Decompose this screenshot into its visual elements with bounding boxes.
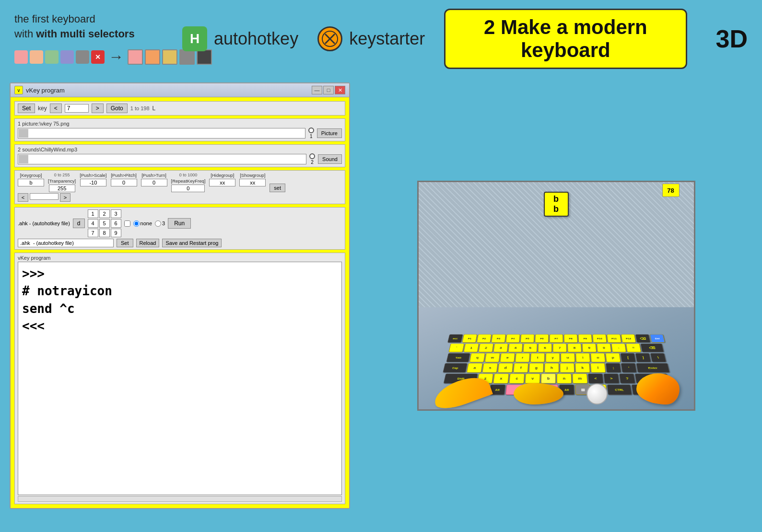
key-f5[interactable]: F5 bbox=[520, 335, 534, 343]
num-1[interactable]: 1 bbox=[88, 209, 98, 218]
params-scrollbar[interactable] bbox=[30, 193, 59, 200]
key-bracket-r[interactable]: ] bbox=[635, 353, 651, 362]
pitch-input[interactable] bbox=[111, 179, 137, 186]
key-g[interactable]: g bbox=[528, 363, 543, 373]
key-tab[interactable]: Tab bbox=[446, 353, 470, 362]
key-s[interactable]: s bbox=[482, 363, 498, 373]
key-f4[interactable]: F4 bbox=[505, 335, 520, 343]
ahk-reload-btn[interactable]: Reload bbox=[136, 239, 160, 247]
key-6[interactable]: 6 bbox=[538, 344, 551, 352]
key-u[interactable]: u bbox=[561, 353, 575, 362]
key-f10[interactable]: F10 bbox=[592, 335, 607, 343]
key-del[interactable]: Del bbox=[649, 335, 665, 343]
key-f12[interactable]: F12 bbox=[621, 335, 635, 343]
key-f6[interactable]: F6 bbox=[535, 335, 549, 343]
key-enter[interactable]: Enter bbox=[636, 363, 669, 373]
key-f[interactable]: f bbox=[513, 363, 528, 373]
key-e[interactable]: e bbox=[500, 353, 515, 362]
key-9[interactable]: 9 bbox=[582, 344, 596, 352]
ahk-radio-none[interactable]: none bbox=[133, 220, 152, 227]
key-equals[interactable]: = bbox=[626, 344, 641, 352]
key-l[interactable]: l bbox=[590, 363, 606, 373]
key-d[interactable]: d bbox=[497, 363, 513, 373]
key-3[interactable]: 3 bbox=[493, 344, 508, 352]
num-4[interactable]: 4 bbox=[88, 219, 98, 228]
params-next-btn[interactable]: > bbox=[60, 193, 70, 202]
key-f11[interactable]: F11 bbox=[607, 335, 621, 343]
key-o[interactable]: o bbox=[590, 353, 605, 362]
key-f9[interactable]: F9 bbox=[578, 335, 592, 343]
key-f3[interactable]: F3 bbox=[491, 335, 506, 343]
repeatfreq-input[interactable] bbox=[171, 185, 205, 192]
transparency-input[interactable] bbox=[49, 185, 75, 192]
ahk-set-btn[interactable]: Set bbox=[117, 239, 133, 247]
key-5[interactable]: 5 bbox=[523, 344, 537, 352]
num-7[interactable]: 7 bbox=[88, 229, 98, 237]
num-5[interactable]: 5 bbox=[99, 219, 110, 228]
ahk-save-restart-btn[interactable]: Save and Restart prog bbox=[162, 239, 222, 247]
picture-radio[interactable]: 1 bbox=[308, 127, 314, 139]
key-backtick[interactable]: ` bbox=[448, 344, 464, 352]
window-maximize-btn[interactable]: □ bbox=[323, 86, 334, 94]
sound-radio[interactable]: 2 bbox=[309, 153, 315, 165]
sound-scrollbar[interactable] bbox=[18, 154, 306, 164]
set-button[interactable]: Set bbox=[18, 104, 35, 113]
key-a[interactable]: a bbox=[466, 363, 482, 373]
key-f7[interactable]: F7 bbox=[549, 335, 563, 343]
next-key-btn[interactable]: > bbox=[92, 104, 104, 113]
key-1[interactable]: 1 bbox=[463, 344, 479, 352]
key-i[interactable]: i bbox=[575, 353, 590, 362]
key-quote[interactable]: ' bbox=[621, 363, 636, 373]
vkey-horizontal-scrollbar[interactable] bbox=[18, 496, 342, 502]
key-8[interactable]: 8 bbox=[567, 344, 582, 352]
num-3[interactable]: 3 bbox=[111, 209, 121, 218]
scale-input[interactable] bbox=[80, 179, 106, 186]
key-caps[interactable]: Cap bbox=[443, 363, 468, 373]
key-q[interactable]: q bbox=[469, 353, 485, 362]
num-8[interactable]: 8 bbox=[99, 229, 110, 237]
key-7[interactable]: 7 bbox=[552, 344, 566, 352]
key-f8[interactable]: F8 bbox=[563, 335, 577, 343]
key-minus[interactable]: - bbox=[611, 344, 626, 352]
num-6[interactable]: 6 bbox=[111, 219, 121, 228]
hidegroup-input[interactable] bbox=[209, 179, 235, 186]
key-esc[interactable]: esc bbox=[447, 335, 463, 343]
num-2[interactable]: 2 bbox=[99, 209, 110, 218]
key-backspace-fn[interactable]: ⌫ bbox=[635, 335, 650, 343]
key-value-input[interactable] bbox=[65, 104, 89, 113]
ahk-radio-o3[interactable]: 3 bbox=[155, 220, 165, 227]
goto-btn[interactable]: Goto bbox=[106, 104, 128, 113]
key-f2[interactable]: F2 bbox=[476, 335, 491, 343]
key-w[interactable]: w bbox=[484, 353, 500, 362]
key-4[interactable]: 4 bbox=[508, 344, 523, 352]
key-semicolon[interactable]: ; bbox=[605, 363, 621, 373]
key-2[interactable]: 2 bbox=[478, 344, 493, 352]
key-h[interactable]: h bbox=[544, 363, 559, 373]
key-f1[interactable]: F1 bbox=[462, 335, 477, 343]
window-minimize-btn[interactable]: — bbox=[312, 86, 322, 94]
params-set-btn[interactable]: set bbox=[270, 184, 285, 192]
ahk-d-btn[interactable]: d bbox=[73, 219, 85, 228]
window-close-btn[interactable]: ✕ bbox=[335, 86, 345, 94]
key-y[interactable]: y bbox=[545, 353, 560, 362]
key-0[interactable]: 0 bbox=[597, 344, 611, 352]
key-k[interactable]: k bbox=[575, 363, 590, 373]
keygroup-input[interactable] bbox=[18, 179, 44, 186]
window-controls[interactable]: — □ ✕ bbox=[312, 86, 345, 94]
prev-key-btn[interactable]: < bbox=[50, 104, 62, 113]
key-t[interactable]: t bbox=[530, 353, 544, 362]
picture-scrollbar[interactable] bbox=[18, 128, 305, 139]
ahk-checkbox[interactable] bbox=[124, 220, 130, 227]
params-prev-btn[interactable]: < bbox=[18, 193, 28, 202]
num-9[interactable]: 9 bbox=[111, 229, 121, 237]
key-backslash[interactable]: \ bbox=[650, 353, 666, 362]
ahk-filename-input[interactable] bbox=[18, 239, 114, 247]
key-backspace[interactable]: ⌫ bbox=[640, 344, 664, 352]
key-r[interactable]: r bbox=[515, 353, 530, 362]
key-j[interactable]: j bbox=[560, 363, 574, 373]
ahk-run-btn[interactable]: Run bbox=[168, 218, 191, 229]
sound-btn[interactable]: Sound bbox=[318, 154, 342, 164]
key-p[interactable]: p bbox=[605, 353, 621, 362]
turn-input[interactable] bbox=[141, 179, 167, 186]
showgroup-input[interactable] bbox=[239, 179, 266, 186]
